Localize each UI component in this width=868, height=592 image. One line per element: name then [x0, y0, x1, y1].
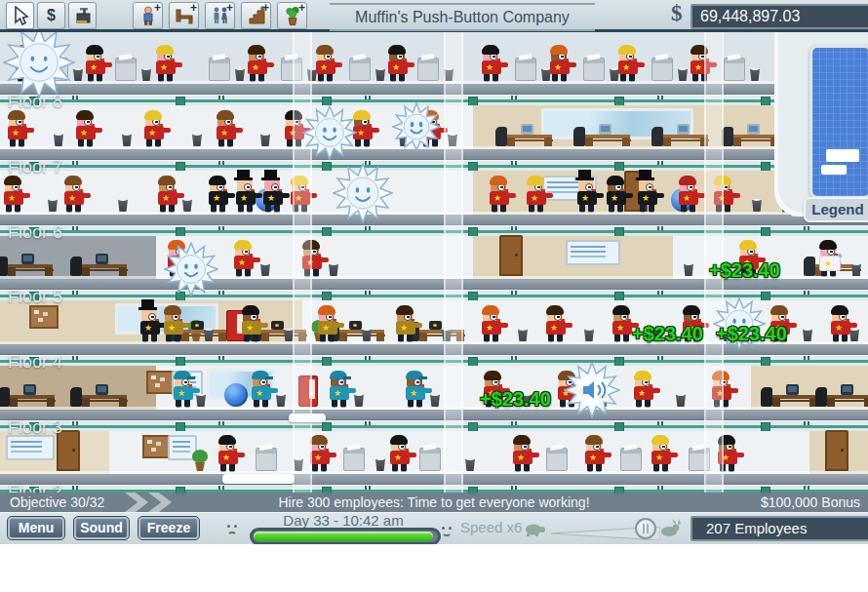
employee-sprite[interactable]: ★	[142, 110, 168, 147]
prop-copier[interactable]	[343, 448, 365, 471]
employee-sprite[interactable]: ★	[240, 305, 265, 342]
employee-sprite[interactable]: ★	[2, 176, 27, 213]
prop-copier[interactable]	[724, 58, 745, 81]
employee-sprite[interactable]: ★	[386, 45, 412, 82]
employee-sprite[interactable]: ★	[480, 305, 505, 342]
prop-desk[interactable]	[772, 381, 817, 407]
employee-sprite[interactable]: ★	[84, 45, 109, 82]
employee-sprite[interactable]: ★	[156, 176, 181, 213]
prop-copier[interactable]	[349, 58, 371, 81]
add-plant-button[interactable]: +	[277, 2, 307, 29]
employee-sprite[interactable]: ★	[605, 176, 630, 213]
prop-copier[interactable]	[115, 58, 137, 81]
employee-shirt: ★	[8, 126, 27, 139]
employee-sprite[interactable]: ★	[246, 45, 271, 82]
employee-sprite[interactable]: ★	[650, 435, 675, 472]
star-badge-icon: ★	[493, 191, 501, 205]
employee-sprite[interactable]: ★	[829, 305, 854, 342]
employee-sprite[interactable]: ★	[207, 176, 232, 213]
menu-button[interactable]: Menu	[8, 517, 64, 539]
employee-sprite[interactable]: ★	[138, 305, 164, 342]
prop-copier[interactable]	[546, 448, 568, 471]
prop-door[interactable]	[499, 235, 523, 276]
employee-sprite[interactable]: ★	[404, 371, 429, 408]
employee-sprite[interactable]: ★	[162, 305, 187, 342]
prop-desk[interactable]	[733, 121, 778, 146]
add-furniture-button[interactable]: +	[169, 2, 199, 29]
prop-desk[interactable]	[10, 381, 55, 407]
add-stairs-button[interactable]: +	[241, 2, 271, 29]
employee-sprite[interactable]: ★	[677, 176, 702, 213]
employee-sprite[interactable]: ★	[234, 176, 259, 213]
prop-desk[interactable]	[8, 251, 53, 276]
employee-sprite[interactable]: ★	[261, 176, 287, 213]
prop-desk[interactable]	[663, 121, 708, 146]
employee-sprite[interactable]: ★	[250, 371, 275, 408]
pipe-tick	[515, 356, 517, 360]
employee-shirt: ★	[316, 60, 335, 74]
pipe-tick	[657, 421, 659, 425]
employee-sprite[interactable]: ★	[616, 45, 642, 82]
prop-copier[interactable]	[583, 58, 605, 81]
employee-sprite[interactable]: ★	[488, 176, 513, 213]
prop-copier[interactable]	[417, 58, 439, 81]
add-restroom-button[interactable]: +	[205, 2, 235, 29]
prop-copier[interactable]	[620, 448, 642, 471]
prop-desk[interactable]	[827, 381, 868, 407]
employee-shirt: ★	[242, 321, 261, 335]
freeze-button[interactable]: Freeze	[138, 517, 199, 539]
prop-desk[interactable]	[82, 381, 127, 407]
legend-tab[interactable]: Legend	[804, 197, 868, 222]
speed-slider-knob[interactable]	[635, 518, 656, 539]
minimap[interactable]	[809, 45, 868, 199]
sound-button[interactable]: Sound	[74, 517, 129, 539]
prop-copier[interactable]	[515, 58, 536, 81]
employee-sprite[interactable]: ★	[636, 176, 661, 213]
prop-globe[interactable]	[224, 383, 248, 407]
employee-sprite[interactable]: ★	[314, 45, 339, 82]
prop-copier[interactable]	[419, 448, 441, 471]
pipe-tick	[808, 486, 809, 490]
employee-sprite[interactable]: ★	[74, 110, 99, 147]
prop-door[interactable]	[825, 430, 848, 471]
employee-hair	[209, 176, 226, 185]
select-tool-button[interactable]	[6, 2, 34, 29]
employee-sprite[interactable]: ★	[154, 45, 179, 82]
prop-copier[interactable]	[256, 448, 277, 471]
pipe-tick	[365, 291, 367, 295]
employee-sprite[interactable]: ★	[548, 45, 573, 82]
employee-sprite[interactable]: ★	[328, 371, 353, 408]
star-badge-icon: ★	[655, 451, 663, 464]
employee-sprite[interactable]: ★	[544, 305, 570, 342]
employee-sprite[interactable]: ★	[62, 176, 88, 213]
employee-sprite[interactable]: ★	[232, 240, 257, 277]
prop-copier[interactable]	[651, 58, 673, 81]
employee-sprite[interactable]: ★	[480, 45, 505, 82]
prop-desk[interactable]	[507, 121, 552, 146]
office-chair	[761, 387, 772, 407]
employee-sprite[interactable]: ★	[388, 435, 414, 472]
employee-sprite[interactable]: ★	[511, 435, 536, 472]
prop-plant[interactable]	[191, 450, 209, 471]
prop-copier[interactable]	[209, 58, 230, 81]
employee-sprite[interactable]: ★	[394, 305, 419, 342]
finances-tool-button[interactable]: $	[37, 2, 65, 29]
company-name-field[interactable]: Muffin's Push-Button Company	[330, 3, 595, 31]
employee-sprite[interactable]: ★	[215, 110, 240, 147]
employee-sprite[interactable]: ★	[217, 435, 242, 472]
hire-employee-button[interactable]: +	[133, 2, 163, 29]
employee-sprite[interactable]: ★	[583, 435, 609, 472]
pipe-tick	[72, 161, 74, 165]
employee-sprite[interactable]: ★	[632, 371, 657, 408]
prop-desk[interactable]	[585, 121, 630, 146]
employee-sprite[interactable]: ★	[575, 176, 601, 213]
employee-sprite[interactable]: ★	[316, 305, 341, 342]
employee-sprite[interactable]: ★	[525, 176, 550, 213]
pipe-tick	[511, 356, 513, 360]
employee-sprite[interactable]: ★	[6, 110, 31, 147]
demolish-tool-button[interactable]	[68, 2, 97, 29]
employee-sprite[interactable]: ★	[172, 371, 197, 408]
employee-shirt: ★	[263, 191, 283, 205]
employee-sprite[interactable]: ★	[817, 240, 843, 277]
prop-desk[interactable]	[82, 251, 127, 276]
